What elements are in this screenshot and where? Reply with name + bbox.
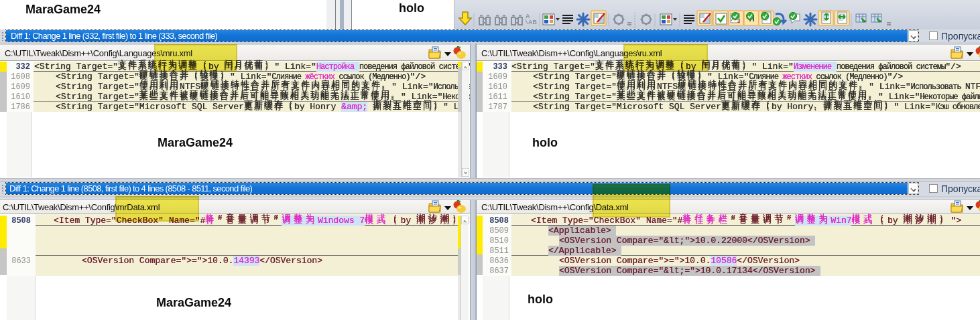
svg-text:AB: AB	[528, 19, 537, 25]
svg-text:3: 3	[737, 19, 740, 23]
